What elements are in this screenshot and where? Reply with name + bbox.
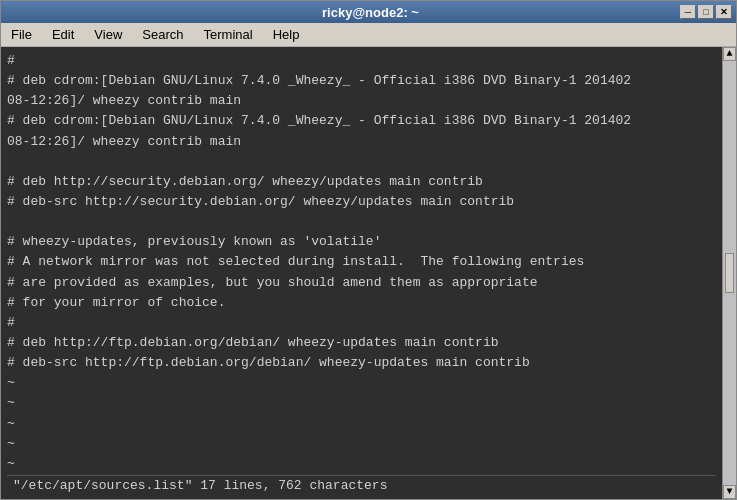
close-button[interactable]: ✕ [716,5,732,19]
terminal-content: # # deb cdrom:[Debian GNU/Linux 7.4.0 _W… [7,51,716,475]
menu-item-terminal[interactable]: Terminal [198,26,259,43]
minimize-button[interactable]: ─ [680,5,696,19]
menu-item-help[interactable]: Help [267,26,306,43]
window-controls: ─ □ ✕ [680,5,736,19]
maximize-button[interactable]: □ [698,5,714,19]
menu-bar: FileEditViewSearchTerminalHelp [1,23,736,47]
window-title: ricky@node2: ~ [61,5,680,20]
menu-item-search[interactable]: Search [136,26,189,43]
terminal-body: # # deb cdrom:[Debian GNU/Linux 7.4.0 _W… [1,47,736,499]
terminal-window: ricky@node2: ~ ─ □ ✕ FileEditViewSearchT… [0,0,737,500]
scroll-up-button[interactable]: ▲ [723,47,736,61]
status-bar: "/etc/apt/sources.list" 17 lines, 762 ch… [7,475,716,495]
scroll-down-button[interactable]: ▼ [723,485,736,499]
terminal-area[interactable]: # # deb cdrom:[Debian GNU/Linux 7.4.0 _W… [1,47,722,499]
title-bar: ricky@node2: ~ ─ □ ✕ [1,1,736,23]
scroll-thumb[interactable] [725,253,734,293]
scrollbar[interactable]: ▲ ▼ [722,47,736,499]
menu-item-file[interactable]: File [5,26,38,43]
menu-item-view[interactable]: View [88,26,128,43]
menu-item-edit[interactable]: Edit [46,26,80,43]
